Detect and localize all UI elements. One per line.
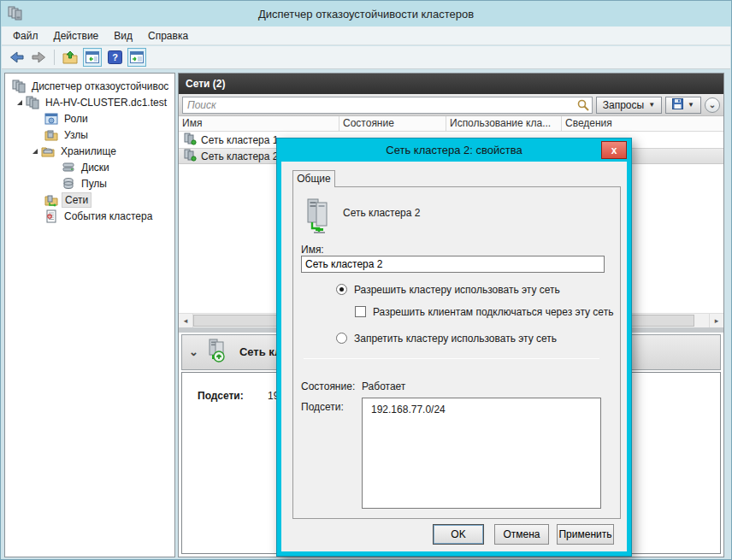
console-tree-toggle-icon[interactable] xyxy=(83,48,102,67)
radio-deny-cluster-label: Запретить кластеру использовать эту сеть xyxy=(354,333,557,345)
radio-deny-cluster[interactable] xyxy=(336,333,347,344)
tree-item-label: Диски xyxy=(79,161,112,174)
status-value: Работает xyxy=(362,380,405,392)
status-label: Состояние: xyxy=(301,380,355,392)
column-header-state[interactable]: Состояние xyxy=(339,116,446,131)
app-icon xyxy=(8,6,22,23)
collapse-detail-icon[interactable]: ⌄ xyxy=(189,345,198,358)
radio-allow-cluster[interactable] xyxy=(336,284,347,295)
ok-button[interactable]: OK xyxy=(433,524,484,545)
cluster-network-icon xyxy=(184,149,197,164)
app-window: Диспетчер отказоустойчивости кластеров Ф… xyxy=(0,0,732,560)
dialog-network-name: Сеть кластера 2 xyxy=(343,207,420,219)
chevron-down-icon: ▼ xyxy=(688,101,694,109)
events-icon xyxy=(44,209,58,223)
dialog-subnets-label: Подсети: xyxy=(301,401,344,413)
network-name: Сеть кластера 1 xyxy=(201,134,278,146)
cancel-button[interactable]: Отмена xyxy=(494,524,549,545)
search-input[interactable] xyxy=(182,97,593,114)
tab-page-general: Сеть кластера 2 Имя: Разрешить кластеру … xyxy=(292,186,621,519)
tree-item-cluster[interactable]: HA-HV-CLUSTER.dc1.test xyxy=(5,94,174,110)
cluster-icon xyxy=(26,96,39,109)
tree-item-label: Пулы xyxy=(79,177,109,191)
tree-item-root[interactable]: Диспетчер отказоустойчивос xyxy=(5,78,174,94)
dialog-title: Сеть кластера 2: свойства xyxy=(277,139,631,162)
radio-allow-cluster-label: Разрешить кластеру использовать эту сеть xyxy=(354,284,560,296)
tree-item-nodes[interactable]: Узлы xyxy=(5,127,174,143)
svg-text:?: ? xyxy=(112,52,118,62)
checkbox-allow-clients-label: Разрешить клиентам подключаться через эт… xyxy=(373,306,613,318)
title-bar: Диспетчер отказоустойчивости кластеров xyxy=(1,1,731,27)
storage-icon xyxy=(41,144,55,158)
tree-item-roles[interactable]: Роли xyxy=(5,110,174,127)
networks-icon xyxy=(44,193,58,207)
tree-item-cluster-events[interactable]: События кластера xyxy=(5,208,174,224)
expander-icon[interactable] xyxy=(17,100,22,105)
expander-icon[interactable] xyxy=(32,149,38,154)
tree-item-disks[interactable]: Диски xyxy=(5,159,174,175)
subnets-label: Подсети: xyxy=(198,390,244,402)
network-properties-dialog: Сеть кластера 2: свойства x Общие Сеть к… xyxy=(276,138,632,557)
cluster-network-icon xyxy=(184,133,197,148)
subnet-item[interactable]: 192.168.77.0/24 xyxy=(371,404,592,416)
pools-icon xyxy=(62,177,75,191)
tree-item-label: Диспетчер отказоустойчивос xyxy=(29,80,171,93)
subnets-listbox[interactable]: 192.168.77.0/24 xyxy=(362,398,601,509)
tree-item-pools[interactable]: Пулы xyxy=(5,175,174,192)
tree-item-label: Сети xyxy=(62,192,92,208)
save-icon xyxy=(672,98,683,112)
window-title: Диспетчер отказоустойчивости кластеров xyxy=(1,8,731,21)
menu-bar: Файл Действие Вид Справка xyxy=(2,27,730,45)
expand-filter-icon[interactable]: ⌄ xyxy=(705,97,720,113)
disks-icon xyxy=(62,161,75,174)
tree-item-label: HA-HV-CLUSTER.dc1.test xyxy=(43,96,169,109)
console-tree: Диспетчер отказоустойчивос HA-HV-CLUSTER… xyxy=(4,73,175,557)
show-parent-folder-icon[interactable] xyxy=(61,48,80,67)
tree-item-networks[interactable]: Сети xyxy=(5,192,174,208)
menu-help[interactable]: Справка xyxy=(140,28,196,44)
menu-action[interactable]: Действие xyxy=(46,28,107,44)
queries-dropdown-button[interactable]: Запросы ▼ xyxy=(596,97,662,114)
cluster-network-large-icon xyxy=(305,197,336,238)
list-column-headers: Имя Состояние Использование кла... Сведе… xyxy=(179,116,723,132)
toolbar-separator xyxy=(54,50,55,65)
roles-icon xyxy=(44,112,58,126)
cluster-manager-icon xyxy=(12,80,26,93)
tree-item-label: Хранилище xyxy=(58,144,119,158)
search-box xyxy=(182,97,593,114)
network-name: Сеть кластера 2 xyxy=(201,150,278,162)
action-pane-toggle-icon[interactable] xyxy=(127,48,146,67)
tree-item-storage[interactable]: Хранилище xyxy=(5,143,174,159)
dialog-body: Общие Сеть кластера 2 Имя: Разрешить кла… xyxy=(281,162,627,551)
tree-item-label: Узлы xyxy=(62,128,91,142)
apply-button[interactable]: Применить xyxy=(557,524,614,545)
tree-item-label: Роли xyxy=(62,112,91,126)
back-icon[interactable] xyxy=(7,48,26,67)
toolbar: ? xyxy=(2,46,730,69)
menu-file[interactable]: Файл xyxy=(5,28,46,44)
forward-icon[interactable] xyxy=(29,48,48,67)
separator xyxy=(304,358,599,359)
results-pane-title: Сети (2) xyxy=(179,74,723,94)
column-header-details[interactable]: Сведения xyxy=(562,116,723,131)
scroll-right-icon[interactable]: ▸ xyxy=(709,314,723,327)
dialog-buttons: OK Отмена Применить xyxy=(281,524,627,545)
name-field-label: Имя: xyxy=(301,244,324,256)
queries-label: Запросы xyxy=(603,99,644,111)
tree-item-label: События кластера xyxy=(62,209,155,223)
chevron-down-icon: ▼ xyxy=(648,101,655,109)
menu-view[interactable]: Вид xyxy=(106,28,140,44)
scroll-left-icon[interactable]: ◂ xyxy=(179,314,193,327)
network-up-icon xyxy=(206,338,232,366)
nodes-icon xyxy=(44,128,58,142)
tab-general[interactable]: Общие xyxy=(292,170,335,187)
close-icon[interactable]: x xyxy=(601,141,627,159)
column-header-name[interactable]: Имя xyxy=(179,116,339,131)
filter-toolbar: Запросы ▼ ▼ ⌄ xyxy=(179,94,723,116)
help-icon[interactable]: ? xyxy=(105,48,124,67)
search-icon xyxy=(577,99,589,114)
name-input[interactable] xyxy=(301,256,605,273)
column-header-cluster-use[interactable]: Использование кла... xyxy=(446,116,562,131)
checkbox-allow-clients[interactable] xyxy=(355,306,366,317)
save-query-split-button[interactable]: ▼ xyxy=(665,97,701,114)
